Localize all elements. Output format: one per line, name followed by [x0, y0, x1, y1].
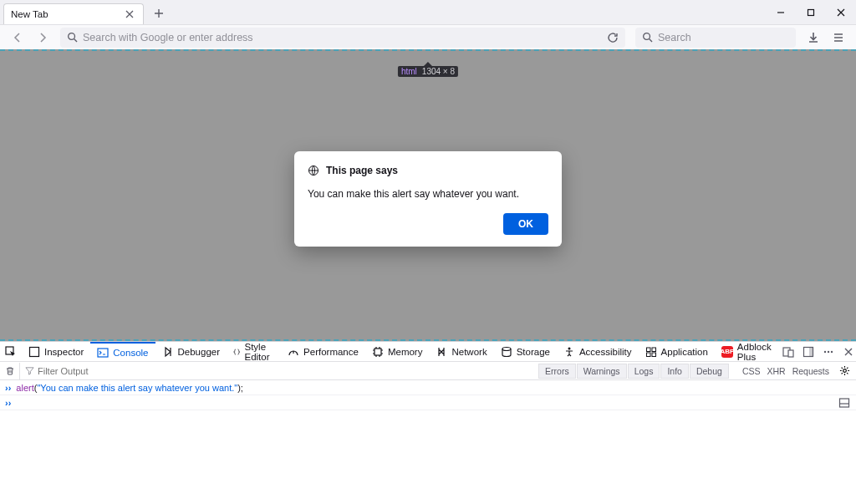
search-icon: [67, 32, 78, 43]
toggle-debug[interactable]: Debug: [690, 364, 729, 379]
tab-style-editor[interactable]: Style Editor: [227, 342, 281, 361]
filter-input[interactable]: [38, 366, 535, 376]
browser-tab[interactable]: New Tab: [3, 3, 144, 24]
downloads-button[interactable]: [802, 27, 824, 48]
svg-rect-13: [652, 353, 656, 357]
clear-console-button[interactable]: [3, 363, 20, 379]
page-viewport: html 1304 × 8 This page says You can mak…: [0, 49, 856, 341]
abp-icon: ABP: [721, 346, 733, 358]
search-input[interactable]: [658, 32, 789, 43]
tab-application[interactable]: Application: [639, 342, 715, 361]
filter-field[interactable]: [25, 366, 535, 376]
level-toggles: Errors Warnings Logs Info Debug: [538, 364, 729, 379]
alert-title: This page says: [326, 165, 398, 176]
more-button[interactable]: [818, 342, 838, 362]
svg-point-2: [644, 33, 650, 40]
toggle-warnings[interactable]: Warnings: [577, 364, 627, 379]
link-css[interactable]: CSS: [742, 366, 761, 376]
close-window-button[interactable]: [829, 4, 853, 21]
code-fn: alert: [16, 383, 33, 393]
toolbar: [0, 24, 856, 49]
titlebar: New Tab: [0, 0, 856, 24]
funnel-icon: [25, 366, 34, 375]
svg-point-1: [69, 33, 75, 40]
window-controls: [769, 4, 856, 21]
toggle-logs[interactable]: Logs: [628, 364, 660, 379]
svg-rect-10: [646, 348, 650, 352]
svg-rect-17: [809, 347, 813, 356]
dock-button[interactable]: [798, 342, 818, 362]
toggle-errors[interactable]: Errors: [538, 364, 576, 379]
search-bar[interactable]: [635, 28, 796, 48]
tab-title: New Tab: [11, 9, 48, 19]
maximize-button[interactable]: [799, 4, 823, 21]
console-output: ›› alert("You can make this alert say wh…: [0, 380, 856, 410]
tab-debugger[interactable]: Debugger: [155, 342, 227, 361]
devtools: Inspector Console Debugger Style Editor …: [0, 341, 856, 504]
link-requests[interactable]: Requests: [792, 366, 829, 376]
prompt-icon: ››: [5, 383, 11, 393]
tooltip-dims: 1304 × 8: [422, 67, 455, 76]
prompt-icon: ››: [5, 398, 11, 408]
svg-point-21: [843, 369, 846, 373]
devtools-tabs: Inspector Console Debugger Style Editor …: [0, 342, 856, 362]
tab-network[interactable]: Network: [429, 342, 493, 361]
element-picker-button[interactable]: [0, 342, 22, 361]
close-devtools-button[interactable]: [838, 342, 856, 362]
link-xhr[interactable]: XHR: [767, 366, 785, 376]
svg-rect-15: [788, 350, 793, 357]
globe-icon: [308, 165, 319, 176]
console-filterbar: Errors Warnings Logs Info Debug CSS XHR …: [0, 362, 856, 380]
tab-accessibility[interactable]: Accessibility: [557, 342, 639, 361]
svg-rect-7: [374, 349, 381, 355]
tab-memory[interactable]: Memory: [365, 342, 430, 361]
url-bar[interactable]: [60, 28, 625, 48]
tooltip-tag: html: [401, 67, 417, 76]
back-button[interactable]: [7, 27, 28, 48]
tab-storage[interactable]: Storage: [494, 342, 557, 361]
tab-inspector[interactable]: Inspector: [22, 342, 90, 361]
console-prompt[interactable]: ››: [0, 395, 856, 410]
responsive-mode-button[interactable]: [778, 342, 798, 362]
console-settings-button[interactable]: [836, 363, 853, 379]
alert-ok-button[interactable]: OK: [503, 213, 548, 235]
svg-rect-0: [808, 9, 814, 15]
svg-rect-12: [646, 353, 650, 357]
new-tab-button[interactable]: [149, 3, 169, 23]
reload-icon[interactable]: [607, 32, 619, 43]
minimize-button[interactable]: [769, 4, 792, 21]
menu-button[interactable]: [828, 27, 849, 48]
console-input-line[interactable]: ›› alert("You can make this alert say wh…: [0, 380, 856, 395]
alert-message: You can make this alert say whatever you…: [308, 188, 548, 200]
tab-console[interactable]: Console: [90, 342, 155, 361]
alert-dialog: This page says You can make this alert s…: [294, 151, 562, 247]
svg-rect-11: [652, 348, 656, 352]
svg-rect-6: [98, 349, 108, 357]
toggle-info[interactable]: Info: [660, 364, 689, 379]
forward-button[interactable]: [32, 27, 54, 48]
inspector-tooltip: html 1304 × 8: [398, 66, 458, 77]
svg-rect-22: [840, 399, 849, 407]
filter-links: CSS XHR Requests: [742, 366, 829, 376]
svg-point-18: [824, 350, 826, 352]
url-input[interactable]: [83, 32, 602, 43]
svg-point-20: [831, 350, 833, 352]
search-icon: [642, 32, 653, 43]
tab-performance[interactable]: Performance: [281, 342, 365, 361]
svg-rect-5: [30, 347, 39, 356]
svg-point-8: [502, 347, 511, 350]
tab-adblock[interactable]: ABP Adblock Plus: [715, 342, 778, 361]
svg-point-9: [568, 347, 570, 349]
svg-point-19: [828, 350, 829, 352]
alert-header: This page says: [308, 165, 548, 176]
close-tab-button[interactable]: [123, 8, 136, 21]
split-console-button[interactable]: [836, 395, 853, 411]
